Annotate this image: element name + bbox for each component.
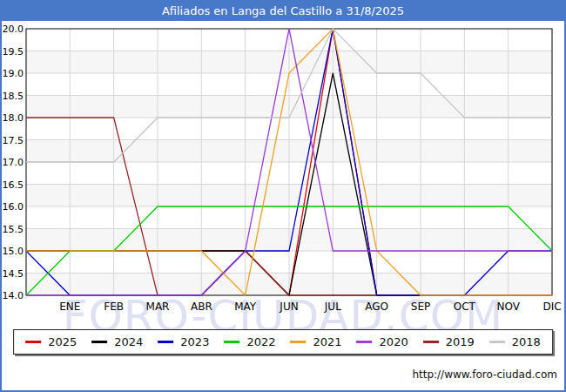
y-tick-label: 16.0 [3,201,24,213]
legend-label: 2019 [446,335,475,348]
legend-label: 2024 [114,335,143,348]
y-tick-label: 19.5 [3,46,24,57]
legend-label: 2025 [48,335,77,348]
legend-item-2019: 2019 [423,335,475,348]
y-tick-label: 16.5 [3,179,24,191]
x-tick-label: ENE [59,301,80,313]
x-tick-label: DIC [542,301,561,313]
x-tick-label: FEB [104,301,124,313]
x-tick-label: NOV [496,301,520,313]
legend-swatch-2025 [25,341,41,343]
y-tick-label: 14.5 [3,268,24,280]
y-tick-label: 20.0 [3,24,24,35]
legend-swatch-2023 [158,341,173,343]
legend-label: 2018 [512,335,541,348]
legend-swatch-2021 [291,341,307,343]
legend: 20252024202320222021202020192018 [13,329,553,355]
x-tick-label: MAY [234,301,257,313]
x-tick-label: JUN [279,301,298,313]
legend-swatch-2019 [423,341,439,343]
x-tick-label: SEP [411,301,430,313]
legend-swatch-2022 [224,341,239,343]
legend-label: 2023 [180,335,209,348]
y-tick-label: 18.5 [3,91,24,102]
y-tick-label: 17.0 [3,157,24,168]
y-tick-label: 15.0 [3,246,24,257]
legend-label: 2020 [380,335,408,348]
legend-item-2018: 2018 [489,335,541,348]
legend-item-2024: 2024 [91,335,143,348]
x-tick-label: OCT [454,301,476,313]
chart-image-frame: Afiliados en Langa del Castillo a 31/8/2… [0,0,566,392]
legend-swatch-2020 [357,341,373,343]
y-tick-label: 17.5 [3,135,24,146]
legend-swatch-2018 [489,341,505,343]
legend-swatch-2024 [91,341,107,343]
legend-item-2020: 2020 [357,335,408,348]
y-tick-label: 18.0 [3,112,24,124]
y-tick-label: 19.0 [3,68,24,79]
x-tick-label: MAR [146,301,170,313]
legend-item-2021: 2021 [291,335,342,348]
footer-url: http://www.foro-ciudad.com [412,368,557,381]
y-tick-label: 15.5 [3,224,24,235]
x-tick-label: AGO [365,301,388,313]
chart-plot-area: 20.019.519.018.518.017.517.016.516.015.5… [2,2,566,368]
legend-item-2022: 2022 [224,335,275,348]
legend-item-2023: 2023 [158,335,209,348]
legend-item-2025: 2025 [25,335,77,348]
legend-label: 2022 [246,335,275,348]
legend-label: 2021 [313,335,342,348]
x-tick-label: JUL [324,301,341,313]
y-tick-label: 14.0 [3,290,24,301]
x-tick-label: ABR [191,301,212,313]
